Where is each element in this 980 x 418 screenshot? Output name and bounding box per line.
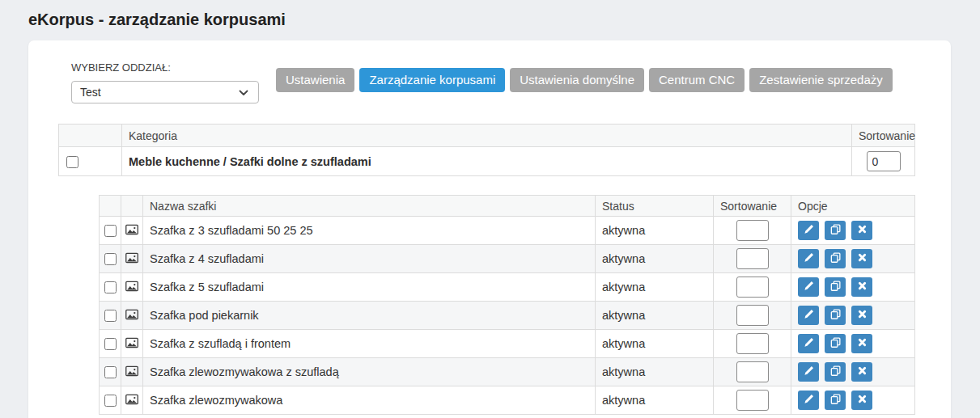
cabinet-row-checkbox[interactable] xyxy=(104,338,117,350)
content-panel: WYBIERZ ODDZIAŁ: Test Ustawienia Zarządz… xyxy=(28,40,951,418)
image-icon[interactable] xyxy=(125,394,138,407)
x-icon xyxy=(857,365,868,378)
x-icon xyxy=(857,252,868,265)
cabinet-table-status-header: Status xyxy=(596,196,714,217)
cabinet-row-checkbox[interactable] xyxy=(104,395,117,407)
cabinet-row-checkbox[interactable] xyxy=(104,225,117,237)
image-icon[interactable] xyxy=(125,365,138,379)
cabinet-table-options-header: Opcje xyxy=(791,196,915,217)
copy-button[interactable] xyxy=(825,306,846,325)
cabinet-table-name-header: Nazwa szafki xyxy=(143,196,596,217)
cabinet-table-sort-header: Sortowanie xyxy=(714,196,791,217)
cabinet-status: aktywna xyxy=(596,302,714,330)
cabinet-status: aktywna xyxy=(596,245,714,273)
pencil-icon xyxy=(803,308,815,323)
edit-button[interactable] xyxy=(798,362,819,382)
category-table: Kategoria Sortowanie Meble kuchenne / Sz… xyxy=(58,124,915,176)
pencil-icon xyxy=(803,251,815,266)
nav-tab-button[interactable]: Zarządzanie korpusami xyxy=(359,68,505,92)
cabinet-status: aktywna xyxy=(596,330,714,358)
category-table-sort-header: Sortowanie xyxy=(852,125,915,147)
cabinet-status: aktywna xyxy=(596,358,714,386)
cabinet-row-checkbox[interactable] xyxy=(104,253,117,265)
cabinet-name: Szafka z 4 szufladami xyxy=(143,245,596,273)
nav-tab-button[interactable]: Centrum CNC xyxy=(649,68,745,92)
nav-tab-button[interactable]: Ustawienia xyxy=(276,68,354,92)
delete-button[interactable] xyxy=(851,362,872,382)
image-icon[interactable] xyxy=(125,309,138,323)
x-icon xyxy=(857,224,868,237)
copy-button[interactable] xyxy=(825,362,846,382)
branch-select[interactable]: Test xyxy=(71,81,259,103)
cabinet-sort-input[interactable] xyxy=(736,277,769,298)
branch-select-value: Test xyxy=(80,86,101,99)
x-icon xyxy=(857,281,868,293)
cabinet-row-checkbox[interactable] xyxy=(104,310,117,322)
image-icon[interactable] xyxy=(125,224,138,238)
x-icon xyxy=(857,309,868,322)
category-row-checkbox[interactable] xyxy=(66,156,78,168)
branch-select-label: WYBIERZ ODDZIAŁ: xyxy=(71,61,259,74)
copy-button[interactable] xyxy=(825,277,846,297)
category-row: Meble kuchenne / Szafki dolne z szuflada… xyxy=(59,147,915,176)
nav-tabs: Ustawienia Zarządzanie korpusami Ustawie… xyxy=(276,68,893,92)
pencil-icon xyxy=(803,365,815,379)
copy-button[interactable] xyxy=(825,221,846,240)
delete-button[interactable] xyxy=(851,306,872,325)
image-icon[interactable] xyxy=(125,337,138,351)
cabinet-status: aktywna xyxy=(596,273,714,302)
copy-icon xyxy=(829,280,842,294)
controls-row: WYBIERZ ODDZIAŁ: Test Ustawienia Zarządz… xyxy=(58,61,951,103)
branch-select-group: WYBIERZ ODDZIAŁ: Test xyxy=(71,61,259,103)
cabinet-name: Szafka zlewozmywakowa z szufladą xyxy=(143,358,596,386)
edit-button[interactable] xyxy=(798,221,819,240)
cabinet-row-checkbox[interactable] xyxy=(104,366,117,378)
cabinet-name: Szafka zlewozmywakowa xyxy=(143,386,596,415)
delete-button[interactable] xyxy=(851,221,872,240)
chevron-down-icon xyxy=(239,86,248,99)
delete-button[interactable] xyxy=(851,249,872,268)
copy-button[interactable] xyxy=(825,334,846,353)
edit-button[interactable] xyxy=(798,249,819,268)
cabinet-table-image-header xyxy=(121,196,143,217)
copy-icon xyxy=(829,336,842,351)
cabinet-name: Szafka z 5 szufladami xyxy=(143,273,596,302)
category-sort-input[interactable] xyxy=(867,151,901,171)
image-icon[interactable] xyxy=(125,281,138,294)
cabinet-name: Szafka z 3 szufladami 50 25 25 xyxy=(143,217,596,245)
pencil-icon xyxy=(803,393,815,407)
cabinet-row-checkbox[interactable] xyxy=(104,281,117,293)
cabinet-status: aktywna xyxy=(596,217,714,245)
delete-button[interactable] xyxy=(851,391,872,410)
cabinet-name: Szafka pod piekarnik xyxy=(143,302,596,330)
cabinet-sort-input[interactable] xyxy=(736,248,769,269)
image-icon[interactable] xyxy=(125,252,138,266)
copy-button[interactable] xyxy=(825,391,846,410)
delete-button[interactable] xyxy=(851,334,872,353)
cabinet-table: Nazwa szafki Status Sortowanie Opcje xyxy=(99,195,915,415)
pencil-icon xyxy=(803,223,815,238)
page-title: eKorpus - zarządzanie korpusami xyxy=(28,10,980,29)
copy-icon xyxy=(829,223,842,238)
cabinet-table-checkbox-header xyxy=(100,196,121,217)
copy-button[interactable] xyxy=(825,249,846,268)
delete-button[interactable] xyxy=(851,277,872,297)
cabinet-sort-input[interactable] xyxy=(736,390,769,411)
cabinet-row: Szafka z szufladą i frontem aktywna xyxy=(100,330,915,358)
cabinet-row: Szafka z 4 szufladami aktywna xyxy=(100,245,915,273)
edit-button[interactable] xyxy=(798,306,819,325)
pencil-icon xyxy=(803,336,815,351)
edit-button[interactable] xyxy=(798,391,819,410)
cabinet-sort-input[interactable] xyxy=(736,333,769,354)
nav-tab-button[interactable]: Zestawienie sprzedaży xyxy=(749,68,893,92)
cabinet-sort-input[interactable] xyxy=(736,220,769,241)
edit-button[interactable] xyxy=(798,277,819,297)
nav-tab-button[interactable]: Ustawienia domyślne xyxy=(510,68,644,92)
category-table-header-row: Kategoria Sortowanie xyxy=(59,125,915,147)
copy-icon xyxy=(829,365,842,379)
cabinet-row: Szafka z 3 szufladami 50 25 25 aktywna xyxy=(100,217,915,245)
cabinet-row: Szafka pod piekarnik aktywna xyxy=(100,302,915,330)
cabinet-sort-input[interactable] xyxy=(736,305,769,326)
edit-button[interactable] xyxy=(798,334,819,353)
cabinet-sort-input[interactable] xyxy=(736,361,769,382)
